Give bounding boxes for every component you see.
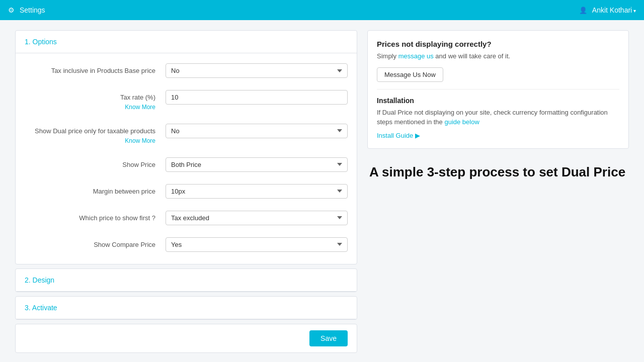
guide-below-link[interactable]: guide below [444, 118, 479, 126]
activate-title[interactable]: 3. Activate [25, 304, 57, 312]
options-card: 1. Options Tax inclusive in Products Bas… [15, 30, 357, 264]
prices-description: Simply message us and we will take care … [377, 51, 619, 61]
margin-control: 10px 5px 15px 20px [166, 184, 348, 199]
show-compare-label: Show Compare Price [25, 237, 166, 249]
page-content: 1. Options Tax inclusive in Products Bas… [0, 20, 644, 362]
show-compare-row: Show Compare Price Yes No [25, 237, 348, 252]
tax-rate-control [166, 90, 348, 105]
installation-text: If Dual Price not displaying on your sit… [377, 108, 619, 127]
options-header: 1. Options [16, 31, 357, 53]
which-price-control: Tax excluded Tax included [166, 211, 348, 225]
show-price-control: Both Price Tax included Tax excluded [166, 157, 348, 172]
show-compare-control: Yes No [166, 237, 348, 252]
info-card: Prices not displaying correctly? Simply … [367, 30, 629, 149]
activate-card: 3. Activate [15, 296, 357, 320]
install-guide-link[interactable]: Install Guide ▶ [377, 132, 420, 139]
user-icon [579, 6, 589, 14]
show-dual-know-more[interactable]: Know More [25, 137, 155, 145]
design-title[interactable]: 2. Design [25, 276, 54, 284]
save-button[interactable]: Save [309, 330, 348, 346]
tax-rate-row: Tax rate (%) Know More [25, 90, 348, 112]
left-column: 1. Options Tax inclusive in Products Bas… [15, 30, 357, 353]
tax-inclusive-label: Tax inclusive in Products Base price [25, 63, 166, 75]
activate-header[interactable]: 3. Activate [16, 297, 357, 319]
tax-rate-label: Tax rate (%) Know More [25, 90, 166, 112]
tax-rate-input[interactable] [166, 90, 348, 105]
show-dual-control: No Yes [166, 124, 348, 138]
which-price-select[interactable]: Tax excluded Tax included [166, 211, 348, 225]
margin-label: Margin between price [25, 184, 166, 196]
show-dual-row: Show Dual price only for taxable product… [25, 124, 348, 145]
divider [377, 89, 619, 89]
show-price-select[interactable]: Both Price Tax included Tax excluded [166, 157, 348, 172]
show-dual-label: Show Dual price only for taxable product… [25, 124, 166, 145]
show-price-row: Show Price Both Price Tax included Tax e… [25, 157, 348, 172]
tax-inclusive-row: Tax inclusive in Products Base price No … [25, 63, 348, 78]
save-row: Save [15, 324, 357, 353]
gear-icon [8, 6, 17, 14]
settings-label: Settings [20, 6, 45, 14]
design-card: 2. Design [15, 268, 357, 292]
topnav: Settings Ankit Kothari [0, 0, 644, 20]
installation-heading: Installation [377, 97, 619, 105]
which-price-label: Which price to show first ? [25, 211, 166, 223]
user-menu[interactable]: Ankit Kothari [579, 6, 636, 14]
show-compare-select[interactable]: Yes No [166, 237, 348, 252]
big-heading: A simple 3-step process to set Dual Pric… [367, 164, 629, 181]
options-title: 1. Options [25, 38, 57, 46]
design-header[interactable]: 2. Design [16, 269, 357, 292]
settings-nav-item[interactable]: Settings [8, 6, 45, 14]
tax-inclusive-control: No Yes [166, 63, 348, 78]
show-dual-select[interactable]: No Yes [166, 124, 348, 138]
right-column: Prices not displaying correctly? Simply … [367, 30, 629, 353]
prices-heading: Prices not displaying correctly? [377, 40, 619, 48]
show-price-label: Show Price [25, 157, 166, 169]
message-us-link[interactable]: message us [398, 52, 434, 60]
tax-rate-know-more[interactable]: Know More [25, 103, 155, 112]
message-us-button[interactable]: Message Us Now [377, 67, 443, 82]
which-price-row: Which price to show first ? Tax excluded… [25, 211, 348, 225]
options-content: Tax inclusive in Products Base price No … [16, 53, 357, 264]
user-name: Ankit Kothari [592, 6, 636, 14]
tax-inclusive-select[interactable]: No Yes [166, 63, 348, 78]
margin-select[interactable]: 10px 5px 15px 20px [166, 184, 348, 199]
margin-row: Margin between price 10px 5px 15px 20px [25, 184, 348, 199]
